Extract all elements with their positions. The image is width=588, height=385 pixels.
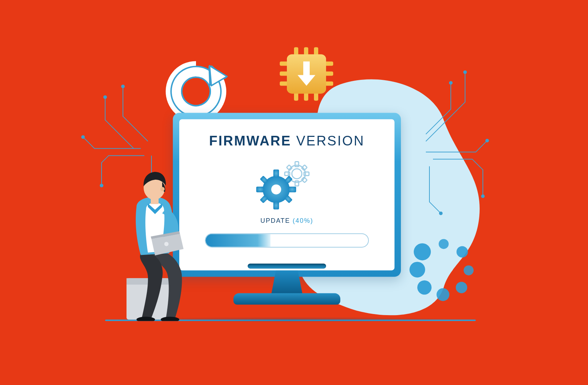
update-text: UPDATE xyxy=(261,217,290,224)
svg-point-34 xyxy=(292,169,302,179)
screen-title: FIRMWARE VERSION xyxy=(209,133,365,149)
title-version: VERSION xyxy=(296,133,365,148)
svg-point-57 xyxy=(464,265,474,275)
svg-point-70 xyxy=(160,187,165,191)
svg-point-67 xyxy=(164,242,169,246)
monitor-base xyxy=(233,293,340,304)
update-percent: (40%) xyxy=(293,217,313,224)
svg-point-59 xyxy=(437,288,449,301)
monitor: FIRMWARE VERSION xyxy=(173,113,401,305)
svg-rect-45 xyxy=(273,169,279,177)
svg-rect-37 xyxy=(285,172,290,175)
loading-dots-icon xyxy=(408,234,479,302)
svg-rect-38 xyxy=(304,172,309,175)
progress-bar xyxy=(205,233,369,247)
svg-point-0 xyxy=(122,85,124,88)
svg-rect-36 xyxy=(295,181,299,186)
monitor-chin-slot xyxy=(248,263,326,268)
svg-point-61 xyxy=(409,262,425,277)
svg-point-5 xyxy=(464,71,466,73)
svg-rect-46 xyxy=(273,201,279,209)
svg-point-4 xyxy=(104,96,107,98)
svg-point-56 xyxy=(457,246,468,257)
svg-point-1 xyxy=(82,135,84,138)
svg-point-58 xyxy=(456,282,467,293)
person-with-laptop xyxy=(109,153,201,321)
svg-rect-35 xyxy=(295,161,299,166)
svg-point-60 xyxy=(417,280,432,294)
svg-rect-48 xyxy=(288,186,296,192)
svg-point-2 xyxy=(100,184,103,187)
svg-point-53 xyxy=(271,184,281,194)
update-status-label: UPDATE (40%) xyxy=(261,217,314,225)
monitor-chin xyxy=(173,255,401,277)
microchip-download-icon xyxy=(276,43,337,104)
svg-rect-33 xyxy=(303,61,310,76)
firmware-update-illustration: FIRMWARE VERSION xyxy=(98,52,490,344)
svg-point-6 xyxy=(486,139,489,142)
gears-icon xyxy=(251,157,323,211)
progress-bar-fill xyxy=(206,234,270,247)
monitor-screen: FIRMWARE VERSION xyxy=(179,119,394,270)
title-firmware: FIRMWARE xyxy=(209,133,292,148)
monitor-frame: FIRMWARE VERSION xyxy=(173,113,401,277)
svg-point-54 xyxy=(414,243,431,260)
svg-point-55 xyxy=(439,239,449,249)
svg-rect-47 xyxy=(256,186,264,192)
